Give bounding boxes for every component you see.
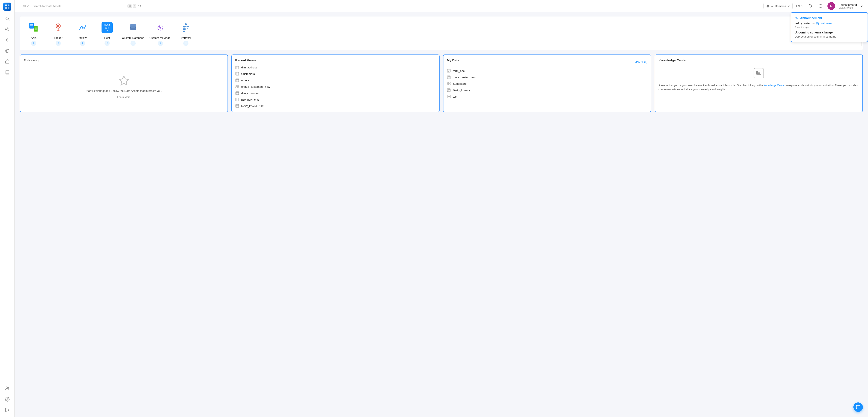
list-item[interactable]: raw_payments [235,98,436,101]
learn-more-link[interactable]: Learn More [117,96,130,99]
recent-views-title: Recent Views [235,58,436,62]
looker-icon [51,21,65,35]
svg-point-49 [187,28,188,29]
service-looker[interactable]: Looker 2 [49,21,68,46]
svg-rect-23 [35,28,37,29]
svg-point-42 [184,26,185,27]
following-panel: Following Start Exploring! and Follow th… [20,55,228,112]
calendar-icon [816,22,819,25]
language-dropdown[interactable]: EN [796,4,803,8]
sidebar-item-settings[interactable] [3,395,12,404]
svg-rect-62 [236,79,239,82]
header: All ⌘ K All Domains EN [14,0,868,12]
sidebar-item-search[interactable] [3,25,12,34]
globe-icon [766,4,770,8]
help-icon [818,4,823,8]
view-all-link[interactable]: View All (5) [634,61,647,64]
service-rest[interactable]: REST API Rest 2 [97,21,117,46]
list-item[interactable]: RAW_PAYMENTS [235,104,436,108]
rest-icon: REST API [100,21,114,35]
svg-point-41 [183,26,184,27]
svg-point-13 [7,398,8,400]
help-button[interactable] [817,3,824,9]
svg-point-48 [185,28,187,29]
list-item[interactable]: dim_customer [235,91,436,95]
knowledge-center-panel: Knowledge Center [655,55,863,112]
list-item[interactable]: orders [235,78,436,82]
service-mlflow[interactable]: Mlflow 2 [73,21,92,46]
sidebar-item-insights[interactable] [3,36,12,44]
user-name: Rounakpreet.d [839,3,857,6]
list-item[interactable]: dim_address [235,65,436,69]
svg-rect-24 [35,29,37,30]
svg-point-29 [82,27,84,29]
svg-point-45 [188,26,189,27]
svg-point-18 [819,4,822,8]
svg-rect-74 [236,98,239,101]
custom-ml-icon [153,21,167,35]
announcement-icon [795,16,799,20]
avatar[interactable]: R [828,2,835,10]
chat-icon [856,405,861,410]
announcement-link[interactable]: customers [820,22,833,25]
sidebar-item-book[interactable] [3,68,12,77]
domains-dropdown[interactable]: All Domains [764,3,793,9]
svg-point-36 [130,26,136,28]
following-empty-text: Start Exploring! and Follow the Data Ass… [86,89,162,93]
table-icon [235,98,239,101]
services-grid: Adls 2 Looker [24,21,859,46]
main-content: All ⌘ K All Domains EN [14,0,868,417]
sidebar-item-explore[interactable] [3,14,12,23]
sidebar-item-governance[interactable] [3,57,12,66]
knowledge-center-link[interactable]: Knowledge Center [764,84,785,87]
sidebar [0,0,14,417]
sidebar-item-globe[interactable] [3,46,12,55]
service-custom-db[interactable]: Custom Database 1 [122,21,144,46]
service-looker-count: 2 [56,41,61,46]
list-item[interactable]: Test_glossary [447,88,647,92]
list-item[interactable]: test [447,95,647,98]
svg-rect-21 [30,25,33,26]
svg-rect-67 [236,87,237,88]
my-data-header: My Data View All (5) [447,58,647,65]
svg-point-50 [183,29,184,30]
announcement-content-body: Deprecation of column first_name [795,35,864,38]
term-icon [447,95,451,98]
chevron-down-icon [801,5,803,7]
svg-line-5 [8,20,9,21]
service-adls-count: 2 [31,41,36,46]
svg-rect-68 [238,87,239,88]
service-custom-ml-count: 1 [158,41,163,46]
following-empty-state: Start Exploring! and Follow the Data Ass… [24,65,224,108]
notifications-button[interactable] [807,3,814,9]
service-vertexai[interactable]: Vertexai 1 [176,21,195,46]
search-bar[interactable]: All ⌘ K [20,3,144,9]
chat-bubble-button[interactable] [854,403,863,412]
list-item[interactable]: Customers [235,72,436,76]
sidebar-item-logout[interactable] [3,406,12,414]
list-item[interactable]: more_nested_term [447,75,647,79]
search-type-dropdown[interactable]: All [23,4,31,8]
pipeline-icon [235,85,239,89]
bottom-panels: Following Start Exploring! and Follow th… [20,55,863,112]
sidebar-item-people[interactable] [3,384,12,393]
service-custom-ml[interactable]: Custom Ml Model 1 [149,21,171,46]
svg-rect-3 [8,7,9,9]
logo[interactable] [3,3,11,11]
term-icon [447,69,451,73]
my-data-list: term_one more_nested_term [447,69,647,98]
announcement-meta: teddy posted on customers [795,22,864,25]
svg-rect-65 [236,86,237,87]
vertexai-icon [179,21,193,35]
service-mlflow-name: Mlflow [79,36,87,39]
user-info: Rounakpreet.d Data Steward [839,3,857,9]
svg-rect-90 [447,84,448,85]
announcement-popup: Announcement teddy posted on customers 2… [791,12,868,42]
search-input[interactable] [33,4,126,8]
svg-rect-56 [236,66,239,69]
list-item[interactable]: Superstore [447,82,647,86]
svg-point-54 [184,31,185,32]
list-item[interactable]: term_one [447,69,647,73]
list-item[interactable]: create_customers_new [235,85,436,89]
service-adls[interactable]: Adls 2 [24,21,43,46]
